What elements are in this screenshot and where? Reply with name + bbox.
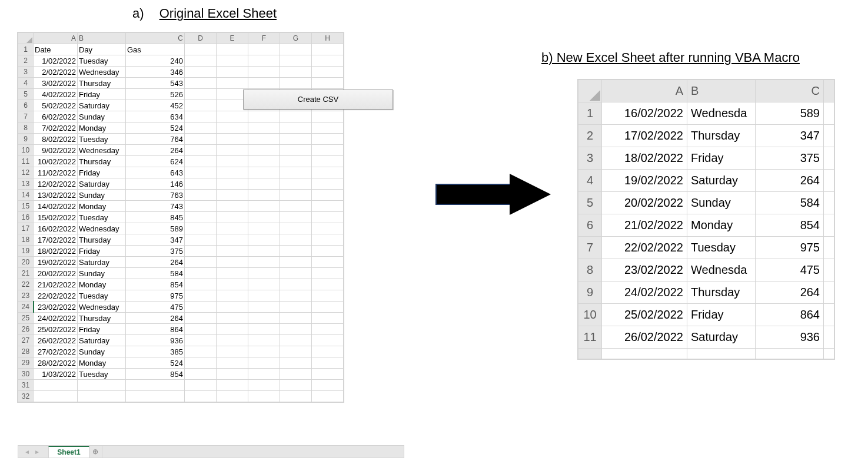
- row-header-25[interactable]: 25: [18, 313, 34, 324]
- cell-B8[interactable]: Monday: [78, 122, 126, 134]
- cell-A25[interactable]: 24/02/2022: [34, 313, 78, 324]
- cell-B19[interactable]: Friday: [78, 246, 126, 257]
- cell-C8[interactable]: 524: [126, 122, 185, 134]
- cell-A10[interactable]: 9/02/2022: [34, 145, 78, 156]
- row-header-2[interactable]: 2: [578, 125, 602, 147]
- cell-B7[interactable]: Tuesday: [687, 237, 756, 259]
- cell-C15[interactable]: 743: [126, 201, 185, 212]
- cell-B14[interactable]: Sunday: [78, 190, 126, 201]
- cell-C27[interactable]: 936: [126, 335, 185, 346]
- row-header-6[interactable]: 6: [18, 100, 34, 111]
- cell-C9[interactable]: 764: [126, 134, 185, 145]
- cell-A20[interactable]: 19/02/2022: [34, 257, 78, 268]
- row-header-27[interactable]: 27: [18, 335, 34, 346]
- cell-C7[interactable]: 634: [126, 111, 185, 122]
- cell-C6[interactable]: 854: [756, 214, 824, 237]
- cell-C13[interactable]: 146: [126, 178, 185, 190]
- cell-A6[interactable]: 5/02/2022: [34, 100, 78, 111]
- cell-A8[interactable]: 23/02/2022: [602, 259, 687, 281]
- cell-C19[interactable]: 375: [126, 246, 185, 257]
- row-header-5[interactable]: 5: [578, 192, 602, 214]
- row-header-30[interactable]: 30: [18, 369, 34, 380]
- cell-C11[interactable]: 936: [756, 326, 824, 349]
- row-header-6[interactable]: 6: [578, 214, 602, 237]
- row-header-7[interactable]: 7: [578, 237, 602, 259]
- cell-B15[interactable]: Monday: [78, 201, 126, 212]
- row-header-29[interactable]: 29: [18, 357, 34, 369]
- cell-C1[interactable]: 589: [756, 102, 824, 125]
- row-header-8[interactable]: 8: [18, 122, 34, 134]
- row-header-3[interactable]: 3: [18, 67, 34, 78]
- cell-C9[interactable]: 264: [756, 281, 824, 304]
- cell-C16[interactable]: 845: [126, 212, 185, 223]
- row-header-4[interactable]: 4: [578, 170, 602, 192]
- cell-A28[interactable]: 27/02/2022: [34, 346, 78, 357]
- cell-B27[interactable]: Saturday: [78, 335, 126, 346]
- cell-C8[interactable]: 475: [756, 259, 824, 281]
- cell-B22[interactable]: Monday: [78, 279, 126, 290]
- cell-A17[interactable]: 16/02/2022: [34, 223, 78, 234]
- cell-B9[interactable]: Thursday: [687, 281, 756, 304]
- cell-C3[interactable]: 375: [756, 147, 824, 170]
- cell-B11[interactable]: Saturday: [687, 326, 756, 349]
- cell-A5[interactable]: 4/02/2022: [34, 89, 78, 100]
- cell-A9[interactable]: 8/02/2022: [34, 134, 78, 145]
- col-header-C[interactable]: C: [756, 80, 824, 102]
- cell-C18[interactable]: 347: [126, 234, 185, 246]
- cell-C10[interactable]: 864: [756, 304, 824, 326]
- cell-C3[interactable]: 346: [126, 67, 185, 78]
- cell-B20[interactable]: Saturday: [78, 257, 126, 268]
- cell-A11[interactable]: 10/02/2022: [34, 156, 78, 167]
- select-all-corner-icon[interactable]: [578, 80, 602, 102]
- cell-A23[interactable]: 22/02/2022: [34, 290, 78, 302]
- cell-A18[interactable]: 17/02/2022: [34, 234, 78, 246]
- cell-B13[interactable]: Saturday: [78, 178, 126, 190]
- cell-A8[interactable]: 7/02/2022: [34, 122, 78, 134]
- cell-B18[interactable]: Thursday: [78, 234, 126, 246]
- create-csv-button[interactable]: Create CSV: [243, 90, 393, 110]
- row-header-9[interactable]: 9: [18, 134, 34, 145]
- col-header-G[interactable]: G: [280, 33, 312, 44]
- cell-B2[interactable]: Thursday: [687, 125, 756, 147]
- cell-B6[interactable]: Saturday: [78, 100, 126, 111]
- row-header-1[interactable]: 1: [18, 44, 34, 55]
- cell-B5[interactable]: Friday: [78, 89, 126, 100]
- cell-C28[interactable]: 385: [126, 346, 185, 357]
- col-header-B[interactable]: B: [687, 80, 756, 102]
- cell-C25[interactable]: 264: [126, 313, 185, 324]
- cell-A4[interactable]: 19/02/2022: [602, 170, 687, 192]
- cell-B2[interactable]: Tuesday: [78, 55, 126, 67]
- row-header-1[interactable]: 1: [578, 102, 602, 125]
- cell-A19[interactable]: 18/02/2022: [34, 246, 78, 257]
- cell-B11[interactable]: Thursday: [78, 156, 126, 167]
- row-header-19[interactable]: 19: [18, 246, 34, 257]
- cell-C5[interactable]: 584: [756, 192, 824, 214]
- cell-C22[interactable]: 854: [126, 279, 185, 290]
- cell-C5[interactable]: 526: [126, 89, 185, 100]
- cell-A1[interactable]: 16/02/2022: [602, 102, 687, 125]
- row-header-21[interactable]: 21: [18, 268, 34, 279]
- cell-B4[interactable]: Saturday: [687, 170, 756, 192]
- cell-C30[interactable]: 854: [126, 369, 185, 380]
- cell-C24[interactable]: 475: [126, 302, 185, 313]
- cell-B26[interactable]: Friday: [78, 324, 126, 335]
- row-header-20[interactable]: 20: [18, 257, 34, 268]
- cell-A15[interactable]: 14/02/2022: [34, 201, 78, 212]
- cell-B10[interactable]: Friday: [687, 304, 756, 326]
- cell-C29[interactable]: 524: [126, 357, 185, 369]
- cell-A11[interactable]: 26/02/2022: [602, 326, 687, 349]
- cell-C26[interactable]: 864: [126, 324, 185, 335]
- cell-A12[interactable]: 11/02/2022: [34, 167, 78, 178]
- row-header-9[interactable]: 9: [578, 281, 602, 304]
- cell-B3[interactable]: Wednesday: [78, 67, 126, 78]
- cell-B5[interactable]: Sunday: [687, 192, 756, 214]
- select-all-corner-icon[interactable]: [18, 33, 34, 44]
- cell-A24[interactable]: 23/02/2022: [34, 302, 78, 313]
- row-header-16[interactable]: 16: [18, 212, 34, 223]
- row-header-2[interactable]: 2: [18, 55, 34, 67]
- cell-B3[interactable]: Friday: [687, 147, 756, 170]
- row-header-4[interactable]: 4: [18, 78, 34, 89]
- row-header-13[interactable]: 13: [18, 178, 34, 190]
- row-header-11[interactable]: 11: [18, 156, 34, 167]
- cell-C17[interactable]: 589: [126, 223, 185, 234]
